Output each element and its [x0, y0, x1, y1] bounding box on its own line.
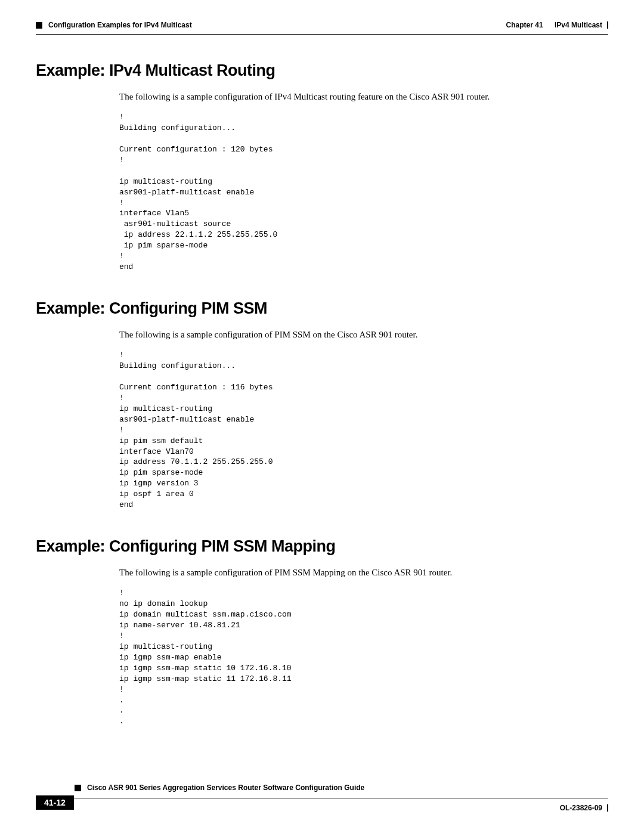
doc-id: OL-23826-09: [560, 804, 602, 812]
breadcrumb: Configuration Examples for IPv4 Multicas…: [48, 21, 192, 29]
tick-icon: [607, 21, 608, 29]
code-block: ! Building configuration... Current conf…: [119, 112, 608, 272]
page-number: 41-12: [36, 795, 74, 810]
section-heading: Example: Configuring PIM SSM: [36, 299, 608, 318]
code-block: ! no ip domain lookup ip domain multicas…: [119, 588, 608, 727]
chapter-title: IPv4 Multicast: [555, 21, 602, 29]
header-divider: [36, 34, 608, 35]
section-heading: Example: IPv4 Multicast Routing: [36, 61, 608, 80]
tick-icon: [607, 804, 608, 812]
bullet-icon: [36, 22, 42, 29]
code-block: ! Building configuration... Current conf…: [119, 350, 608, 510]
chapter-label: Chapter 41: [506, 21, 543, 29]
section-heading: Example: Configuring PIM SSM Mapping: [36, 537, 608, 556]
guide-title: Cisco ASR 901 Series Aggregation Service…: [87, 784, 364, 792]
page-footer: Cisco ASR 901 Series Aggregation Service…: [36, 784, 608, 812]
section-intro: The following is a sample configuration …: [119, 566, 608, 579]
section-intro: The following is a sample configuration …: [119, 329, 608, 341]
bullet-icon: [75, 785, 81, 791]
page-header: Configuration Examples for IPv4 Multicas…: [36, 21, 608, 29]
section-intro: The following is a sample configuration …: [119, 91, 608, 103]
